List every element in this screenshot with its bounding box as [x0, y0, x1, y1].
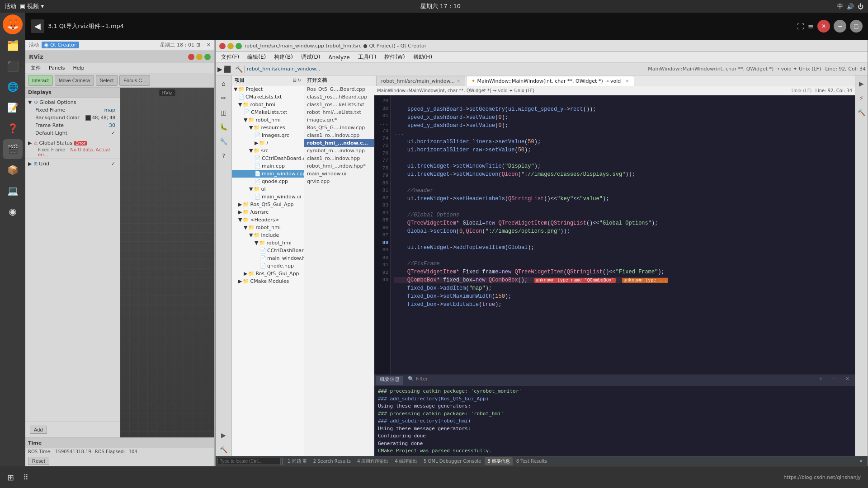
st-tab-appout[interactable]: 4 应用程序输出 — [354, 457, 392, 465]
qt-right-debug[interactable]: ⚡ — [855, 92, 868, 104]
of-item-4[interactable]: images.qrc* — [304, 116, 374, 124]
ft-sync-icon[interactable]: ↻ — [297, 78, 301, 83]
menu-build[interactable]: 构建(B) — [270, 52, 297, 62]
rviz-min[interactable] — [196, 54, 203, 60]
qt-sidebar-build-small[interactable]: 🔨 — [217, 443, 230, 456]
code-content[interactable]: 29 30 31 ... 73 74 75 76 77 78 79 80 — [374, 95, 855, 375]
st-tab-summary-active[interactable]: 8 概要信息 — [485, 457, 513, 465]
dock-terminal2[interactable]: 💻 — [3, 181, 23, 201]
qt-right-build[interactable]: 🔨 — [855, 106, 868, 119]
ft-images-qrc[interactable]: 📄 images.qrc — [232, 131, 304, 139]
toolbar-run-icon[interactable]: ▶ — [217, 66, 222, 73]
qt-right-run[interactable]: ▶ — [855, 77, 868, 90]
power-icon[interactable]: ⏻ — [858, 3, 863, 10]
of-item-active[interactable]: robot_hmi_...ndow.cpp* — [304, 139, 374, 147]
locate-search[interactable] — [217, 458, 281, 465]
ft-headers[interactable]: ▼ 📁 <Headers> — [232, 216, 304, 224]
volume-icon[interactable]: 🔊 — [847, 3, 854, 10]
qt-creator-label[interactable]: ◉ Qt Creator — [42, 42, 79, 48]
menu-analyze[interactable]: Analyze — [325, 53, 353, 61]
ft-qnode-hpp[interactable]: 📄 qnode.hpp — [232, 262, 304, 270]
expand-icon[interactable]: ⛶ — [797, 22, 804, 31]
ft-robothmi-inc[interactable]: ▼ 📁 robot_hmi — [232, 239, 304, 247]
ft-cmakelists2[interactable]: 📄 CMakeLists.txt — [232, 108, 304, 116]
ft-robothmi-h[interactable]: ▼ 📁 robot_hmi — [232, 224, 304, 231]
qt-sidebar-edit[interactable]: ✏ — [217, 92, 230, 104]
of-item-0[interactable]: Ros_Qt5_G....Board.cpp — [304, 85, 374, 93]
ft-main-cpp[interactable]: 📄 main.cpp — [232, 162, 304, 170]
dock-files[interactable]: 🗂️ — [3, 35, 23, 55]
dock-terminal[interactable]: ⬛ — [3, 56, 23, 76]
of-item-10[interactable]: main_window.ui — [304, 170, 374, 178]
video-menu[interactable]: ▣ 视频 ▾ — [20, 2, 44, 10]
ft-item-project[interactable]: ▼ 📁 Project — [232, 85, 304, 93]
ft-ros-qt5[interactable]: ▶ 📁 Ros_Qt5_Gui_App — [232, 201, 304, 208]
tab-minus[interactable]: − — [829, 376, 840, 385]
qt-sidebar-design[interactable]: ◫ — [217, 106, 230, 119]
grid-check[interactable]: ✓ — [111, 161, 115, 167]
ft-main-window-ui[interactable]: 📄 main_window.ui — [232, 193, 304, 201]
tab-close-active[interactable]: ✕ — [625, 79, 629, 84]
max-video-icon[interactable]: □ — [850, 20, 863, 33]
rviz-close[interactable] — [188, 54, 194, 60]
dock-amazon[interactable]: 📦 — [3, 160, 23, 180]
of-item-6[interactable]: class1_ro...indow.cpp — [304, 131, 374, 139]
close-video-icon[interactable]: ✕ — [817, 20, 830, 33]
rviz-inner-ctrl[interactable]: ⊞ ─ ✕ — [196, 42, 211, 48]
taskbar-grid-icon[interactable]: ⠿ — [19, 469, 32, 486]
ft-ros-qt5-h[interactable]: ▶ 📁 Ros_Qt5_Gui_App — [232, 270, 304, 277]
qt-sidebar-help[interactable]: ? — [217, 150, 230, 162]
ft-resources[interactable]: ▼ 📁 resources — [232, 124, 304, 131]
ft-qnode-cpp[interactable]: 📄 qnode.cpp — [232, 178, 304, 185]
dock-text[interactable]: 📝 — [3, 98, 23, 117]
default-light-check[interactable]: ✓ — [111, 130, 115, 136]
dock-firefox[interactable]: 🦊 — [3, 14, 23, 34]
rviz-menu-panels[interactable]: Panels — [45, 64, 68, 72]
tab-close-panel[interactable]: ✕ — [842, 376, 853, 385]
ft-mainwin-hpp[interactable]: 📄 main_window.hpp — [232, 254, 304, 262]
tab-filter[interactable]: 🔍 Filter — [404, 376, 432, 385]
st-tab-close[interactable]: ✕ — [857, 458, 866, 465]
ft-usr-src[interactable]: ▶ 📁 /usr/src — [232, 208, 304, 216]
reset-button[interactable]: Reset — [28, 457, 49, 465]
ft-cctrl-h[interactable]: 📄 CCtrlDashBoard.h — [232, 247, 304, 254]
global-options-item[interactable]: ▼ ⚙ Global Options — [27, 99, 118, 106]
dock-video[interactable]: 🎬 — [3, 139, 23, 159]
of-item-2[interactable]: class1_ros....keLists.txt — [304, 101, 374, 108]
code-tab-mainwindow-inactive[interactable]: robot_hmi/src/main_window... ✕ — [376, 76, 465, 86]
of-item-3[interactable]: robot_hmi/...eLists.txt — [304, 108, 374, 116]
qtcreator-min-btn[interactable] — [227, 43, 234, 49]
menu-controls[interactable]: 控件(W) — [381, 52, 408, 62]
qtcreator-max-btn[interactable] — [236, 43, 242, 49]
rviz-focus-button[interactable]: Focus C... — [119, 75, 150, 86]
add-display-button[interactable]: Add — [30, 426, 47, 434]
tab-close-1[interactable]: ✕ — [457, 79, 460, 84]
of-item-11[interactable]: qrviz.cpp — [304, 178, 374, 185]
st-tab-issues[interactable]: 1 问题 重 — [285, 457, 310, 465]
menu-tools[interactable]: 工具(T) — [354, 52, 380, 62]
rviz-max[interactable] — [204, 54, 211, 60]
bg-color-value[interactable]: 48; 48; 48 — [85, 115, 115, 121]
dock-chrome[interactable]: 🌐 — [3, 77, 23, 97]
toolbar-path[interactable]: robot_hmi/src/main_window... — [247, 66, 321, 72]
menu-icon[interactable]: ≡ — [808, 22, 814, 31]
of-item-5[interactable]: Ros_Qt5_G....indow.cpp — [304, 124, 374, 131]
qt-sidebar-projects[interactable]: 🔧 — [217, 135, 230, 148]
ft-include[interactable]: ▼ 📁 include — [232, 231, 304, 239]
back-button[interactable]: ◀ — [31, 19, 44, 33]
of-item-7[interactable]: cyrobot_m....indow.hpp — [304, 147, 374, 155]
global-status-item[interactable]: ▶ ⚠ Global Status Error — [27, 139, 118, 147]
qt-sidebar-welcome[interactable]: ⌂ — [217, 77, 230, 90]
ft-robothmi2[interactable]: ▼ 📁 robot_hmi — [232, 116, 304, 124]
st-tab-compileout[interactable]: 4 编译输出 — [392, 457, 420, 465]
ft-robothmi-folder[interactable]: ▼ 📁 robot_hmi — [232, 101, 304, 108]
code-tab-mainwindow-active[interactable]: ✦ MainWindow::MainWindow(int, char **, Q… — [466, 76, 634, 86]
menu-edit[interactable]: 编辑(E) — [244, 52, 269, 62]
ft-cmakelists-top[interactable]: 📄 CMakeLists.txt — [232, 93, 304, 101]
qt-sidebar-debug[interactable]: 🐛 — [217, 121, 230, 133]
rviz-menu-help[interactable]: Help — [69, 64, 88, 72]
ft-ui-folder[interactable]: ▼ 📁 ui — [232, 185, 304, 193]
grid-item[interactable]: ▶ ⊞ Grid ✓ — [27, 160, 118, 168]
taskbar-apps-icon[interactable]: ⊞ — [4, 469, 18, 486]
rviz-select-button[interactable]: Select — [96, 75, 118, 86]
